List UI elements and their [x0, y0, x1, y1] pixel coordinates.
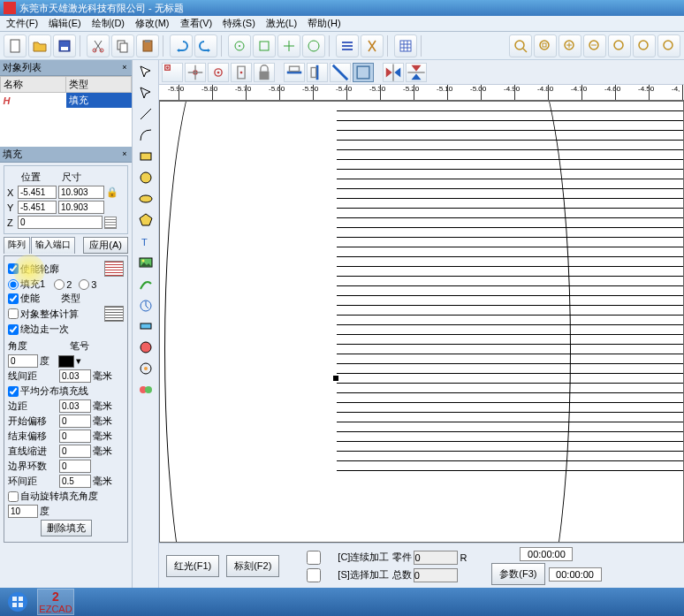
col-type[interactable]: 类型: [66, 77, 132, 93]
mirror-v-icon[interactable]: [406, 63, 427, 82]
linegap-field[interactable]: [59, 369, 91, 383]
startoff-field[interactable]: [59, 414, 91, 428]
cont-check[interactable]: [292, 551, 336, 565]
apply-button[interactable]: 应用(A): [83, 237, 128, 254]
open-icon[interactable]: [28, 34, 51, 57]
canvas[interactable]: [159, 101, 684, 543]
total-field[interactable]: [414, 568, 458, 582]
menu-edit[interactable]: 编辑(E): [46, 16, 84, 31]
y-field[interactable]: [18, 201, 57, 214]
menu-modify[interactable]: 修改(M): [133, 16, 172, 31]
delete-fill-button[interactable]: 删除填充: [41, 520, 92, 536]
x-field[interactable]: [18, 186, 57, 199]
encoder-icon[interactable]: [136, 359, 156, 378]
list-item[interactable]: H填充: [1, 93, 132, 109]
scissors-icon[interactable]: [361, 34, 384, 57]
lock-icon[interactable]: [254, 63, 275, 82]
align7-icon[interactable]: [330, 63, 351, 82]
snap4-icon[interactable]: [302, 34, 325, 57]
rings-field[interactable]: [59, 460, 91, 473]
zoom-out-icon[interactable]: [583, 34, 606, 57]
align5-icon[interactable]: [284, 63, 305, 82]
undo-icon[interactable]: [170, 34, 193, 57]
table-icon[interactable]: [394, 34, 417, 57]
pen-color[interactable]: [58, 355, 74, 368]
fill3-radio[interactable]: [79, 279, 89, 290]
menu-help[interactable]: 帮助(H): [305, 16, 343, 31]
fill1-radio[interactable]: [8, 279, 19, 290]
image-icon[interactable]: [136, 253, 156, 272]
pattern-icon[interactable]: [104, 261, 124, 277]
mark-button[interactable]: 标刻(F2): [226, 555, 279, 577]
select-icon[interactable]: [136, 62, 156, 81]
zoom-in-icon[interactable]: [559, 34, 581, 57]
extend2-icon[interactable]: [136, 380, 156, 399]
menu-file[interactable]: 文件(F): [4, 16, 41, 31]
paste-icon[interactable]: [136, 34, 159, 57]
align4-icon[interactable]: [231, 63, 252, 82]
ellipse-icon[interactable]: [136, 189, 156, 209]
object-list[interactable]: 名称类型 H填充: [0, 76, 132, 147]
autorot-field[interactable]: [8, 505, 38, 518]
hatch-h-icon[interactable]: [336, 34, 359, 57]
handle[interactable]: [333, 376, 338, 381]
z-field[interactable]: [18, 216, 103, 229]
rect-icon[interactable]: [136, 147, 156, 166]
menu-special[interactable]: 特殊(S): [220, 16, 258, 31]
menu-draw[interactable]: 绘制(D): [89, 16, 127, 31]
mirror-h-icon[interactable]: [383, 63, 404, 82]
angle-field[interactable]: [8, 354, 38, 368]
save-icon[interactable]: [53, 34, 76, 57]
zoom-all-icon[interactable]: [534, 34, 557, 57]
align2-icon[interactable]: [185, 63, 206, 82]
snap1-icon[interactable]: [228, 34, 251, 57]
line-icon[interactable]: [136, 104, 156, 124]
param-button[interactable]: 参数(F3): [491, 563, 544, 585]
start-button[interactable]: [0, 588, 35, 616]
parts-field[interactable]: [414, 551, 458, 565]
snap2-icon[interactable]: [253, 34, 276, 57]
polygon-icon[interactable]: [136, 210, 156, 230]
zoom-fit-icon[interactable]: [509, 34, 532, 57]
menu-view[interactable]: 查看(V): [178, 16, 216, 31]
align3-icon[interactable]: [208, 63, 229, 82]
align8-icon[interactable]: [353, 63, 374, 82]
tab-io[interactable]: 输入端口: [31, 237, 75, 254]
curve-icon[interactable]: [136, 125, 156, 145]
grid-icon[interactable]: [104, 217, 117, 229]
zoom-prev-icon[interactable]: [657, 34, 680, 57]
redo-icon[interactable]: [194, 34, 217, 57]
node-icon[interactable]: [136, 83, 156, 103]
margin-field[interactable]: [59, 399, 91, 413]
indent-field[interactable]: [59, 445, 91, 458]
taskbar-app[interactable]: 2EZCAD: [37, 589, 74, 615]
enable-contour-check[interactable]: [8, 263, 19, 274]
avg-check[interactable]: [8, 386, 19, 397]
close-icon[interactable]: ×: [120, 150, 129, 159]
yh-field[interactable]: [58, 201, 104, 214]
autorot-check[interactable]: [8, 491, 19, 502]
text-icon[interactable]: T: [136, 232, 156, 251]
close-icon[interactable]: ×: [120, 64, 129, 72]
whole-check[interactable]: [8, 308, 19, 319]
copy-icon[interactable]: [111, 34, 134, 57]
fill2-radio[interactable]: [54, 279, 65, 290]
ringgap-field[interactable]: [59, 475, 91, 488]
snap3-icon[interactable]: [277, 34, 300, 57]
zoom-sel-icon[interactable]: [608, 34, 631, 57]
tab-array[interactable]: 阵列: [4, 237, 30, 254]
xw-field[interactable]: [58, 186, 104, 199]
red-button[interactable]: 红光(F1): [166, 555, 219, 577]
menu-laser[interactable]: 激光(L): [263, 16, 300, 31]
vector-icon[interactable]: [136, 274, 156, 293]
timer-icon[interactable]: [136, 295, 156, 315]
extend-icon[interactable]: [136, 338, 156, 357]
align6-icon[interactable]: [307, 63, 328, 82]
pen-dropdown-icon[interactable]: ▾: [76, 355, 81, 367]
align1-icon[interactable]: [162, 63, 183, 82]
circle-icon[interactable]: [136, 168, 156, 187]
col-name[interactable]: 名称: [1, 77, 66, 93]
edge-check[interactable]: [8, 324, 19, 335]
cut-icon[interactable]: [87, 34, 110, 57]
zoom-win-icon[interactable]: [633, 34, 656, 57]
